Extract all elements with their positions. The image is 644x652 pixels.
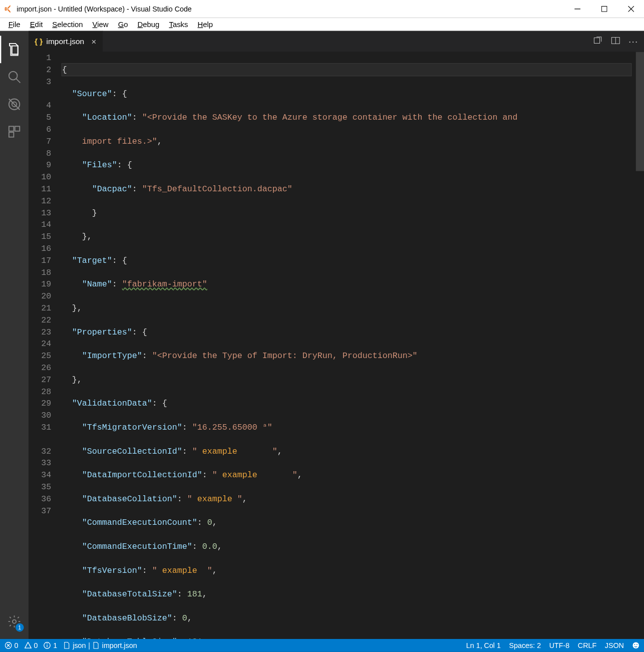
svg-point-24 <box>636 644 637 645</box>
menu-tasks[interactable]: Tasks <box>164 19 193 29</box>
code-editor[interactable]: 123 4567 891011 12131415 16171819 202122… <box>29 52 644 639</box>
svg-rect-11 <box>9 132 14 137</box>
status-indent[interactable]: Spaces: 2 <box>509 641 541 649</box>
line-gutter: 123 4567 891011 12131415 16171819 202122… <box>29 52 62 639</box>
debug-bug-icon[interactable] <box>0 91 29 118</box>
json-file-icon: { } <box>35 37 43 46</box>
file-icon <box>93 642 100 649</box>
svg-point-4 <box>9 72 18 80</box>
menu-bar: File Edit Selection View Go Debug Tasks … <box>0 18 644 31</box>
menu-view[interactable]: View <box>88 19 113 29</box>
editor-actions: ··· <box>593 31 644 52</box>
svg-rect-1 <box>601 6 607 12</box>
status-errors[interactable]: 0 <box>5 641 19 649</box>
extensions-icon[interactable] <box>0 118 29 146</box>
file-icon <box>63 642 70 649</box>
svg-line-5 <box>16 79 20 83</box>
menu-file[interactable]: File <box>4 19 25 29</box>
menu-help[interactable]: Help <box>193 19 218 29</box>
status-info[interactable]: 1 <box>44 641 57 649</box>
svg-rect-13 <box>594 38 599 43</box>
tab-label: import.json <box>47 37 85 46</box>
status-feedback-icon[interactable] <box>632 642 639 649</box>
info-icon <box>44 642 51 649</box>
status-warnings[interactable]: 0 <box>24 641 38 649</box>
menu-go[interactable]: Go <box>113 19 133 29</box>
close-window-button[interactable] <box>617 0 644 18</box>
split-editor-icon[interactable] <box>610 36 620 48</box>
tab-import-json[interactable]: { } import.json × <box>29 31 103 52</box>
status-breadcrumb[interactable]: json | import.json <box>63 641 137 649</box>
workbench: 1 { } import.json × ··· 123 4567 891011 … <box>0 31 644 639</box>
svg-point-12 <box>13 620 16 623</box>
vscode-logo-icon <box>4 4 13 14</box>
code-content[interactable]: { "Source": { "Location": "<Provide the … <box>62 52 636 639</box>
editor-area: { } import.json × ··· 123 4567 891011 12… <box>29 31 644 639</box>
title-bar: import.json - Untitled (Workspace) - Vis… <box>0 0 644 18</box>
warning-icon <box>24 642 31 649</box>
status-language[interactable]: JSON <box>605 641 624 649</box>
status-eol[interactable]: CRLF <box>578 641 596 649</box>
window-title: import.json - Untitled (Workspace) - Vis… <box>17 5 563 14</box>
compare-changes-icon[interactable] <box>593 36 602 48</box>
minimize-button[interactable] <box>564 0 591 18</box>
status-encoding[interactable]: UTF-8 <box>549 641 569 649</box>
activity-bar: 1 <box>0 31 29 639</box>
status-cursor[interactable]: Ln 1, Col 1 <box>466 641 501 649</box>
tab-close-icon[interactable]: × <box>91 37 96 46</box>
scrollbar-thumb[interactable] <box>636 52 644 171</box>
svg-point-21 <box>47 643 48 644</box>
more-actions-icon[interactable]: ··· <box>628 36 638 47</box>
svg-point-23 <box>634 644 635 645</box>
tabs-bar: { } import.json × ··· <box>29 31 644 52</box>
menu-debug[interactable]: Debug <box>133 19 164 29</box>
svg-rect-10 <box>15 126 20 131</box>
svg-rect-9 <box>9 126 14 131</box>
window-controls <box>564 0 644 18</box>
menu-edit[interactable]: Edit <box>25 19 48 29</box>
vertical-scrollbar[interactable] <box>636 52 644 639</box>
settings-gear-icon[interactable]: 1 <box>0 608 29 635</box>
maximize-button[interactable] <box>590 0 617 18</box>
status-bar: 0 0 1 json | import.json Ln 1, Col 1 Spa… <box>0 639 644 652</box>
settings-badge: 1 <box>16 623 24 632</box>
explorer-icon[interactable] <box>0 36 29 63</box>
menu-selection[interactable]: Selection <box>48 19 88 29</box>
error-icon <box>5 642 12 649</box>
svg-point-22 <box>632 642 638 648</box>
search-icon[interactable] <box>0 63 29 91</box>
